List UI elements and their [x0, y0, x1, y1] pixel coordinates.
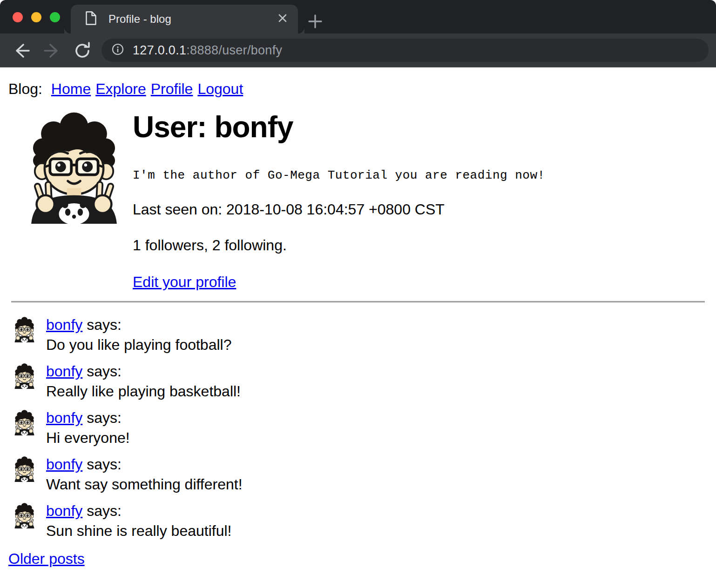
post-text: bonfy says: Hi everyone!: [46, 408, 130, 448]
post-row: bonfy says: Do you like playing football…: [7, 315, 709, 355]
post-avatar-cell: [12, 454, 37, 494]
post-header: bonfy says:: [46, 454, 243, 474]
post-avatar: [12, 456, 37, 482]
page-title: User: bonfy: [133, 110, 709, 144]
reload-icon[interactable]: [73, 41, 92, 62]
page-content: Blog: HomeExploreProfileLogout: [0, 67, 716, 575]
profile-section: User: bonfy I'm the author of Go-Mega Tu…: [7, 107, 709, 291]
page-icon: [85, 11, 97, 27]
site-nav: Blog: HomeExploreProfileLogout: [8, 80, 709, 98]
post-says-label: says:: [87, 316, 122, 333]
post-says-label: says:: [87, 456, 122, 473]
avatar-cartoon: [12, 502, 37, 528]
nav-link-explore[interactable]: Explore: [95, 80, 146, 97]
back-icon[interactable]: [12, 41, 32, 62]
avatar-cartoon: [20, 110, 128, 224]
post-says-label: says:: [87, 409, 122, 426]
post-text: bonfy says: Sun shine is really beautifu…: [46, 501, 231, 541]
post-author-link[interactable]: bonfy: [46, 316, 82, 333]
browser-window: Profile - blog: [0, 0, 716, 588]
post-text: bonfy says: Do you like playing football…: [46, 315, 231, 355]
zoom-window-button[interactable]: [50, 12, 60, 22]
browser-titlebar: Profile - blog: [0, 0, 716, 33]
new-tab-icon[interactable]: [307, 13, 323, 31]
nav-link-home[interactable]: Home: [51, 80, 91, 97]
edit-profile-link[interactable]: Edit your profile: [133, 274, 236, 290]
post-avatar: [12, 316, 37, 342]
forward-icon[interactable]: [42, 41, 61, 62]
pagination: Older posts: [8, 550, 709, 568]
avatar-cartoon: [12, 409, 37, 435]
post-body: Hi everyone!: [46, 428, 130, 448]
profile-avatar: [20, 110, 128, 224]
avatar-cartoon: [12, 316, 37, 342]
tab-close-icon[interactable]: [277, 13, 288, 25]
post-author-link[interactable]: bonfy: [46, 502, 82, 519]
post-row: bonfy says: Really like playing basketba…: [7, 361, 709, 401]
url-path: :8888/user/bonfy: [186, 43, 282, 57]
post-header: bonfy says:: [46, 315, 231, 335]
post-avatar: [12, 409, 37, 435]
post-body: Really like playing basketball!: [46, 381, 241, 401]
post-body: Want say something different!: [46, 474, 243, 494]
post-header: bonfy says:: [46, 408, 130, 428]
post-avatar-cell: [12, 315, 37, 355]
profile-follow-stats: 1 followers, 2 following.: [133, 237, 709, 254]
avatar-cartoon: [12, 456, 37, 482]
profile-about: I'm the author of Go-Mega Tutorial you a…: [133, 168, 709, 182]
post-avatar-cell: [12, 361, 37, 401]
post-row: bonfy says: Hi everyone!: [7, 408, 709, 448]
nav-link-logout[interactable]: Logout: [197, 80, 243, 97]
post-author-link[interactable]: bonfy: [46, 456, 82, 473]
profile-avatar-cell: [7, 107, 131, 291]
older-posts-link[interactable]: Older posts: [8, 550, 85, 567]
post-avatar: [12, 363, 37, 389]
post-row: bonfy says: Want say something different…: [7, 454, 709, 494]
address-bar[interactable]: 127.0.0.1:8888/user/bonfy: [101, 39, 709, 62]
post-says-label: says:: [87, 363, 122, 380]
url-host: 127.0.0.1: [133, 43, 186, 57]
post-row: bonfy says: Sun shine is really beautifu…: [7, 501, 709, 541]
post-avatar: [12, 502, 37, 528]
window-controls: [13, 12, 60, 22]
info-icon[interactable]: [112, 43, 124, 57]
profile-last-seen: Last seen on: 2018-10-08 16:04:57 +0800 …: [133, 201, 709, 218]
tab-title: Profile - blog: [108, 13, 277, 26]
url-text: 127.0.0.1:8888/user/bonfy: [133, 43, 282, 58]
post-avatar-cell: [12, 501, 37, 541]
post-text: bonfy says: Want say something different…: [46, 454, 243, 494]
divider: [11, 301, 705, 303]
avatar-cartoon: [12, 363, 37, 389]
site-nav-label: Blog:: [8, 80, 47, 97]
nav-link-profile[interactable]: Profile: [151, 80, 193, 97]
post-author-link[interactable]: bonfy: [46, 363, 82, 380]
post-avatar-cell: [12, 408, 37, 448]
post-says-label: says:: [87, 502, 122, 519]
close-window-button[interactable]: [13, 12, 23, 22]
post-author-link[interactable]: bonfy: [46, 409, 82, 426]
post-header: bonfy says:: [46, 361, 241, 381]
post-text: bonfy says: Really like playing basketba…: [46, 361, 241, 401]
profile-info: User: bonfy I'm the author of Go-Mega Tu…: [131, 107, 709, 291]
post-list: bonfy says: Do you like playing football…: [7, 315, 709, 541]
browser-toolbar: 127.0.0.1:8888/user/bonfy: [0, 33, 716, 67]
post-header: bonfy says:: [46, 501, 231, 521]
post-body: Do you like playing football?: [46, 335, 231, 355]
post-body: Sun shine is really beautiful!: [46, 521, 231, 541]
browser-tab[interactable]: Profile - blog: [71, 5, 298, 33]
edit-profile-line: Edit your profile: [133, 274, 709, 291]
minimize-window-button[interactable]: [31, 12, 41, 22]
